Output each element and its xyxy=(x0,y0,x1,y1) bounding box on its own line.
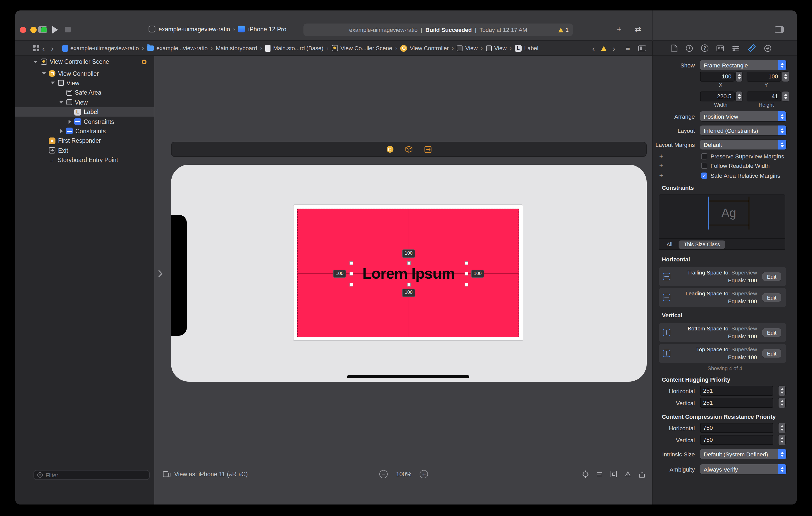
compression-horizontal-stepper[interactable] xyxy=(779,423,785,433)
identity-inspector-tab[interactable] xyxy=(716,45,724,52)
add-constraints-icon[interactable] xyxy=(610,470,618,478)
disclosure-triangle[interactable] xyxy=(32,60,39,63)
selection-handle[interactable] xyxy=(349,282,353,286)
view-controller-icon[interactable] xyxy=(386,146,393,153)
intrinsic-size-dropdown[interactable]: Default (System Defined) xyxy=(700,449,786,459)
safe-area-relative-margins-checkbox[interactable]: ✓ xyxy=(701,172,707,179)
sidebar-item-exit[interactable]: Exit xyxy=(15,146,154,155)
previous-issue-button[interactable]: ‹ xyxy=(591,44,596,52)
breadcrumb-item-view-controller[interactable]: View Controller xyxy=(401,45,449,52)
next-issue-button[interactable]: › xyxy=(612,44,616,52)
sidebar-item-label[interactable]: L Label xyxy=(15,107,154,117)
width-stepper[interactable] xyxy=(735,91,743,101)
breadcrumb-item-scene[interactable]: View Co...ller Scene xyxy=(331,45,392,51)
ambiguity-dropdown[interactable]: Always Verify xyxy=(700,464,786,474)
compression-horizontal-field[interactable]: 750 xyxy=(700,423,773,433)
constraint-row-top[interactable]: Top Space to: Superview Equals: 100 Edit xyxy=(659,344,786,363)
outline-filter-field[interactable] xyxy=(33,470,150,480)
resolve-issues-icon[interactable] xyxy=(624,470,632,478)
canvas-label[interactable]: Lorem Ipsum xyxy=(351,263,466,284)
selection-handle[interactable] xyxy=(407,282,410,286)
embed-in-icon[interactable] xyxy=(638,470,646,478)
constraint-badge-bottom[interactable]: 100 xyxy=(402,289,415,297)
sidebar-item-view-inner[interactable]: View xyxy=(15,97,154,107)
issue-warning-icon[interactable] xyxy=(601,46,606,51)
constraint-badge-trailing[interactable]: 100 xyxy=(471,270,484,278)
zoom-in-button[interactable]: + xyxy=(420,470,428,478)
selection-handle[interactable] xyxy=(464,261,468,265)
disclosure-triangle[interactable] xyxy=(50,82,56,85)
status-warning[interactable]: 1 xyxy=(558,24,569,36)
editor-arrows-button[interactable]: ⇄ xyxy=(635,25,641,33)
breadcrumb-item-base[interactable]: Main.sto...rd (Base) xyxy=(265,45,323,52)
toggle-navigator-button[interactable] xyxy=(38,26,47,33)
compression-vertical-stepper[interactable] xyxy=(779,435,785,445)
layout-dropdown[interactable]: Inferred (Constraints) xyxy=(700,125,786,135)
scene-resize-arrow[interactable]: › xyxy=(157,264,163,281)
layout-margins-dropdown[interactable]: Default xyxy=(700,140,786,150)
sidebar-item-constraints-outer[interactable]: Constraints xyxy=(15,126,154,136)
x-field[interactable]: 100 xyxy=(700,72,734,82)
history-inspector-tab[interactable] xyxy=(686,44,693,52)
breadcrumb-item-folder[interactable]: example...view-ratio xyxy=(147,45,208,51)
add-variation-button[interactable]: + xyxy=(659,161,663,170)
filter-all-segment[interactable]: All xyxy=(667,242,672,247)
related-items-icon[interactable] xyxy=(33,45,39,51)
sidebar-item-first-responder[interactable]: First Responder xyxy=(15,136,154,146)
sidebar-item-view[interactable]: View xyxy=(15,79,154,88)
filter-input[interactable] xyxy=(46,472,146,478)
breadcrumb-item-storyboard[interactable]: Main.storyboard xyxy=(216,45,257,51)
stop-button[interactable] xyxy=(65,27,70,32)
zoom-level[interactable]: 100% xyxy=(396,471,411,477)
constraint-row-leading[interactable]: Leading Space to: Superview Equals: 100 … xyxy=(659,288,786,307)
connections-inspector-tab[interactable] xyxy=(764,44,772,52)
minimize-button[interactable] xyxy=(30,27,37,33)
update-frames-icon[interactable] xyxy=(581,470,590,478)
disclosure-triangle[interactable] xyxy=(58,129,64,133)
follow-readable-width-checkbox[interactable] xyxy=(701,162,707,169)
attributes-inspector-tab[interactable] xyxy=(732,45,740,52)
quick-help-inspector-tab[interactable]: ? xyxy=(701,44,708,52)
filter-this-size-class-segment[interactable]: This Size Class xyxy=(678,240,725,249)
edit-constraint-button[interactable]: Edit xyxy=(762,328,781,337)
device-preview-iphone[interactable]: Lorem Ipsum 100 100 100 xyxy=(171,165,647,382)
breadcrumb-item-project[interactable]: example-uiimageview-ratio xyxy=(62,45,139,52)
edit-constraint-button[interactable]: Edit xyxy=(762,272,781,281)
preserve-superview-margins-checkbox[interactable] xyxy=(701,153,707,159)
toggle-inspectors-button[interactable] xyxy=(775,26,784,33)
x-stepper[interactable] xyxy=(735,72,743,82)
hugging-horizontal-stepper[interactable] xyxy=(779,386,785,396)
y-field[interactable]: 100 xyxy=(747,72,781,82)
first-responder-cube-icon[interactable] xyxy=(405,145,412,153)
constraint-badge-top[interactable]: 100 xyxy=(402,249,415,257)
close-button[interactable] xyxy=(20,27,26,33)
sidebar-item-safe-area[interactable]: Safe Area xyxy=(15,88,154,97)
width-field[interactable]: 220.5 xyxy=(700,91,734,101)
hugging-vertical-field[interactable]: 251 xyxy=(700,398,773,408)
constraint-badge-leading[interactable]: 100 xyxy=(333,270,346,278)
hugging-horizontal-field[interactable]: 251 xyxy=(700,386,773,396)
add-variation-button[interactable]: + xyxy=(659,172,663,179)
device-configuration-icon[interactable] xyxy=(163,471,171,477)
y-stepper[interactable] xyxy=(782,72,789,82)
sidebar-item-view-controller[interactable]: View Controller xyxy=(15,69,154,79)
disclosure-triangle[interactable] xyxy=(58,101,64,104)
run-button[interactable] xyxy=(52,26,58,33)
constraint-row-trailing[interactable]: Trailing Space to: Superview Equals: 100… xyxy=(659,267,786,286)
library-button[interactable]: + xyxy=(617,25,621,33)
sidebar-item-storyboard-entry-point[interactable]: → Storyboard Entry Point xyxy=(15,155,154,165)
sidebar-item-constraints-inner[interactable]: Constraints xyxy=(15,117,154,126)
selection-handle[interactable] xyxy=(407,261,410,265)
selected-view-background[interactable]: Lorem Ipsum 100 100 100 xyxy=(293,205,523,340)
view-as-button[interactable]: View as: iPhone 11 ( w R h C ) xyxy=(174,471,248,477)
breadcrumb-item-view[interactable]: View xyxy=(457,45,478,51)
edit-constraint-button[interactable]: Edit xyxy=(762,293,781,302)
selection-handle[interactable] xyxy=(464,272,468,275)
zoom-out-button[interactable]: − xyxy=(379,470,388,478)
disclosure-triangle[interactable] xyxy=(41,72,47,75)
size-inspector-tab-selected[interactable] xyxy=(748,44,756,52)
sidebar-item-view-controller-scene[interactable]: View Controller Scene xyxy=(15,57,154,67)
pink-view[interactable]: Lorem Ipsum 100 100 100 xyxy=(297,209,519,337)
add-variation-button[interactable]: + xyxy=(659,152,663,160)
selection-handle[interactable] xyxy=(349,261,353,265)
